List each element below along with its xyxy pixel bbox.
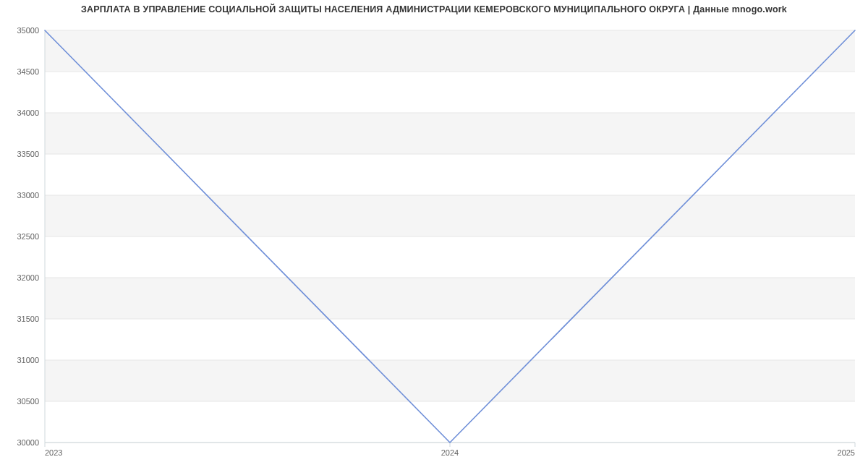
line-chart: 3000030500310003150032000325003300033500…	[0, 0, 868, 470]
svg-rect-2	[45, 195, 855, 236]
y-tick-label: 34500	[17, 67, 39, 76]
y-tick-label: 31000	[17, 356, 39, 364]
y-tick-label: 30500	[17, 397, 39, 406]
y-tick-label: 34000	[17, 108, 39, 117]
svg-rect-1	[45, 278, 855, 319]
y-tick-label: 30000	[17, 438, 39, 447]
x-tick-label: 2024	[441, 448, 459, 457]
y-tick-label: 35000	[17, 26, 39, 35]
svg-rect-3	[45, 113, 855, 154]
y-tick-label: 31500	[17, 315, 39, 323]
y-tick-label: 32000	[17, 273, 39, 282]
x-tick-label: 2023	[45, 448, 62, 457]
svg-rect-4	[45, 30, 855, 72]
chart-title: ЗАРПЛАТА В УПРАВЛЕНИЕ СОЦИАЛЬНОЙ ЗАЩИТЫ …	[0, 4, 868, 14]
x-tick-label: 2025	[838, 448, 855, 457]
y-tick-label: 33500	[17, 150, 39, 158]
svg-rect-0	[45, 360, 855, 401]
chart-container: ЗАРПЛАТА В УПРАВЛЕНИЕ СОЦИАЛЬНОЙ ЗАЩИТЫ …	[0, 0, 868, 470]
y-tick-label: 32500	[17, 232, 39, 241]
y-tick-label: 33000	[17, 191, 39, 200]
